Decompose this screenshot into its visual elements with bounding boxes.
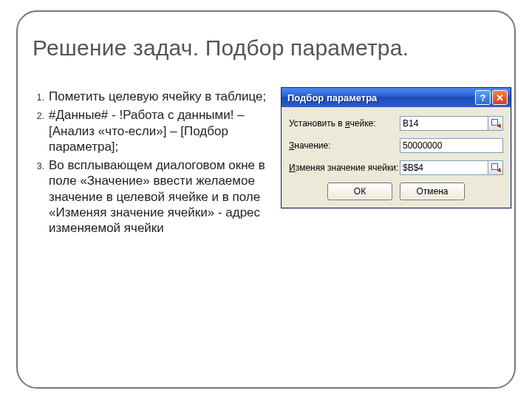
row-changing-cell: Изменяя значение ячейки: xyxy=(289,160,503,175)
slide: Решение задач. Подбор параметра. Пометит… xyxy=(0,0,532,399)
refedit-icon xyxy=(491,119,500,128)
input-set-cell[interactable] xyxy=(400,116,488,131)
slide-title: Решение задач. Подбор параметра. xyxy=(33,35,409,61)
input-changing-cell[interactable] xyxy=(400,160,488,175)
dialog-button-bar: ОК Отмена xyxy=(289,183,503,200)
instructions: Пометить целевую ячейку в таблице; #Данн… xyxy=(33,89,270,239)
label-value: Значение: xyxy=(289,140,400,151)
goal-seek-dialog: Подбор параметра ? ✕ Установить в ячейке… xyxy=(281,87,511,208)
ok-button[interactable]: ОК xyxy=(327,183,392,200)
step-2: #Данные# - !Работа с данными! – [Анализ … xyxy=(47,107,270,154)
help-button[interactable]: ? xyxy=(475,90,491,105)
input-value[interactable] xyxy=(400,138,503,153)
row-value: Значение: xyxy=(289,138,503,153)
close-button[interactable]: ✕ xyxy=(492,90,508,105)
dialog-body: Установить в ячейке: Значение: xyxy=(282,107,511,208)
dialog-titlebar[interactable]: Подбор параметра ? ✕ xyxy=(282,88,511,107)
label-set-cell: Установить в ячейке: xyxy=(289,118,400,129)
refedit-icon xyxy=(491,163,500,172)
step-3: Во всплывающем диалоговом окне в поле «З… xyxy=(47,157,270,236)
step-1: Пометить целевую ячейку в таблице; xyxy=(47,89,270,104)
row-set-cell: Установить в ячейке: xyxy=(289,116,503,131)
help-icon: ? xyxy=(480,92,486,103)
refedit-button-set-cell[interactable] xyxy=(488,116,503,131)
dialog-title: Подбор параметра xyxy=(287,92,474,103)
close-icon: ✕ xyxy=(496,92,504,103)
label-changing-cell: Изменяя значение ячейки: xyxy=(289,163,400,173)
refedit-button-changing-cell[interactable] xyxy=(488,160,503,175)
cancel-button[interactable]: Отмена xyxy=(400,183,465,200)
